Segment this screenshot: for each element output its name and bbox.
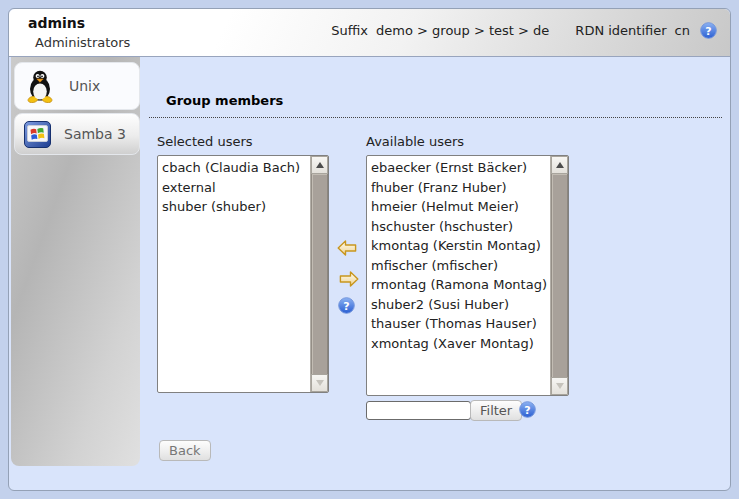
selected-user-item[interactable]: cbach (Claudia Bach) [162, 158, 310, 178]
title-bar: admins Administrators Suffix demo > grou… [9, 9, 730, 57]
filter-input[interactable] [366, 401, 471, 420]
entry-title: admins [28, 15, 85, 31]
triangle-up-icon [556, 162, 564, 168]
available-users-scrollbar[interactable] [550, 156, 568, 395]
selected-user-item[interactable]: external [162, 178, 310, 198]
available-user-item[interactable]: mfischer (mfischer) [371, 256, 550, 276]
windows-logo-icon [24, 121, 51, 148]
available-user-item[interactable]: kmontag (Kerstin Montag) [371, 236, 550, 256]
available-user-item[interactable]: ebaecker (Ernst Bäcker) [371, 158, 550, 178]
available-users-label: Available users [366, 134, 464, 149]
selected-users-listbox[interactable]: cbach (Claudia Bach)externalshuber (shub… [157, 155, 329, 393]
tab-unix[interactable]: Unix [14, 62, 140, 110]
help-icon: ? [519, 401, 536, 418]
tux-penguin-icon [24, 69, 56, 103]
tab-samba-3[interactable]: Samba 3 [14, 113, 140, 155]
available-user-item[interactable]: shuber2 (Susi Huber) [371, 295, 550, 315]
rdn-info: RDN identifier cn ? [575, 22, 717, 39]
rdn-value: cn [675, 23, 690, 38]
svg-text:?: ? [524, 404, 530, 417]
available-user-item[interactable]: hmeier (Helmut Meier) [371, 197, 550, 217]
triangle-up-icon [316, 162, 324, 168]
filter-help-button[interactable]: ? [519, 401, 536, 418]
available-user-item[interactable]: rmontag (Ramona Montag) [371, 275, 550, 295]
tab-samba-label: Samba 3 [64, 126, 126, 142]
svg-text:?: ? [705, 25, 711, 38]
scrollbar-thumb[interactable] [311, 174, 328, 374]
selected-users-list[interactable]: cbach (Claudia Bach)externalshuber (shub… [158, 156, 310, 392]
help-icon: ? [700, 22, 717, 39]
suffix-value: demo > group > test > de [376, 23, 549, 38]
available-users-list[interactable]: ebaecker (Ernst Bäcker)fhuber (Franz Hub… [367, 156, 550, 395]
move-left-button[interactable] [337, 240, 357, 256]
arrow-left-icon [337, 240, 357, 256]
scrollbar-thumb[interactable] [551, 174, 568, 377]
available-user-item[interactable]: xmontag (Xaver Montag) [371, 334, 550, 354]
help-icon: ? [338, 297, 355, 314]
move-right-button[interactable] [339, 271, 359, 287]
back-button[interactable]: Back [159, 440, 211, 461]
suffix-info: Suffix demo > group > test > de [331, 23, 549, 38]
available-user-item[interactable]: thauser (Thomas Hauser) [371, 314, 550, 334]
svg-text:?: ? [343, 300, 349, 313]
triangle-down-icon [316, 380, 324, 386]
selected-users-label: Selected users [157, 134, 253, 149]
rdn-label: RDN identifier [575, 23, 666, 38]
available-user-item[interactable]: fhuber (Franz Huber) [371, 178, 550, 198]
available-users-listbox[interactable]: ebaecker (Ernst Bäcker)fhuber (Franz Hub… [366, 155, 569, 396]
scroll-up-button[interactable] [551, 156, 568, 174]
members-help-button[interactable]: ? [338, 297, 355, 314]
selected-user-item[interactable]: shuber (shuber) [162, 197, 310, 217]
selected-users-scrollbar[interactable] [310, 156, 328, 392]
arrow-right-icon [339, 271, 359, 287]
section-title: Group members [149, 93, 722, 118]
suffix-label: Suffix [331, 23, 368, 38]
module-sidebar: Unix Samba 3 [11, 57, 140, 466]
tab-unix-label: Unix [69, 78, 100, 94]
scroll-down-button[interactable] [551, 377, 568, 395]
filter-button[interactable]: Filter [470, 400, 522, 421]
main-window: admins Administrators Suffix demo > grou… [8, 8, 731, 491]
scroll-up-button[interactable] [311, 156, 328, 174]
triangle-down-icon [556, 383, 564, 389]
rdn-help-button[interactable]: ? [700, 22, 717, 39]
available-user-item[interactable]: hschuster (hschuster) [371, 217, 550, 237]
scroll-down-button[interactable] [311, 374, 328, 392]
entry-subtitle: Administrators [35, 35, 130, 50]
